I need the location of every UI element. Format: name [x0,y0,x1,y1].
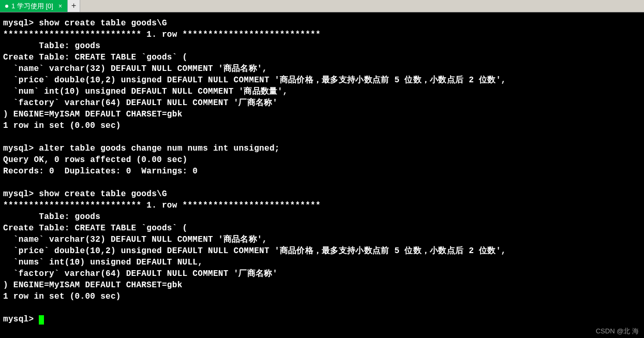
terminal-line: Records: 0 Duplicates: 0 Warnings: 0 [3,167,198,176]
terminal-line: `price` double(10,2) unsigned DEFAULT NU… [3,76,506,85]
tab-active[interactable]: 1 学习使用 [0] × [0,0,68,12]
terminal-line: `name` varchar(32) DEFAULT NULL COMMENT … [3,235,267,244]
terminal-line: mysql> show create table goods\G [3,189,167,199]
close-icon[interactable]: × [58,3,62,10]
terminal-line: *************************** 1. row *****… [3,30,321,39]
tab-bar: 1 学习使用 [0] × + [0,0,644,12]
tab-indicator-dot [5,5,8,8]
add-tab-button[interactable]: + [68,0,80,12]
terminal-line: mysql> alter table goods change num nums… [3,144,280,153]
terminal-line: 1 row in set (0.00 sec) [3,292,121,301]
terminal-line: `price` double(10,2) unsigned DEFAULT NU… [3,246,506,256]
terminal-line: mysql> show create table goods\G [3,19,167,28]
terminal-line: Table: goods [3,212,100,222]
terminal-line: ) ENGINE=MyISAM DEFAULT CHARSET=gbk [3,110,183,119]
watermark-text: CSDN @北 海 [596,327,639,336]
terminal-line: `factory` varchar(64) DEFAULT NULL COMME… [3,269,278,278]
terminal-line: Table: goods [3,41,100,51]
plus-icon: + [71,2,77,11]
terminal-line: mysql> [3,315,39,324]
terminal-output[interactable]: mysql> show create table goods\G *******… [0,12,644,328]
terminal-line: `num` int(10) unsigned DEFAULT NULL COMM… [3,87,288,96]
tab-label: 1 学习使用 [0] [11,2,53,11]
terminal-line: Query OK, 0 rows affected (0.00 sec) [3,155,187,165]
terminal-line: `nums` int(10) unsigned DEFAULT NULL, [3,258,203,267]
terminal-line: Create Table: CREATE TABLE `goods` ( [3,53,187,62]
terminal-line: Create Table: CREATE TABLE `goods` ( [3,224,187,233]
terminal-line: 1 row in set (0.00 sec) [3,121,121,130]
terminal-line: `factory` varchar(64) DEFAULT NULL COMME… [3,98,278,108]
terminal-line: *************************** 1. row *****… [3,201,321,210]
cursor [39,315,44,325]
terminal-line: `name` varchar(32) DEFAULT NULL COMMENT … [3,64,267,74]
terminal-line: ) ENGINE=MyISAM DEFAULT CHARSET=gbk [3,281,183,290]
